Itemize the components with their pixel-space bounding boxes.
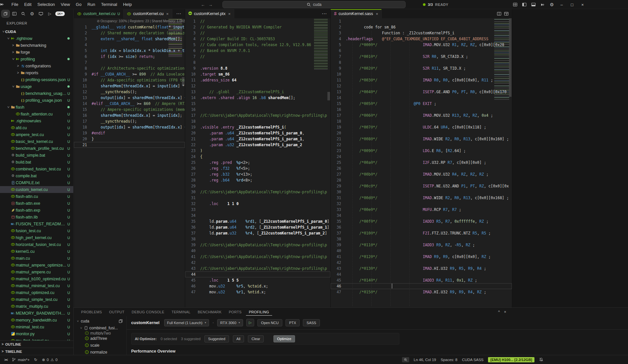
menu-help[interactable]: Help (120, 0, 135, 9)
tab-close-icon[interactable]: × (166, 11, 169, 16)
zoom-indicator[interactable] (400, 355, 411, 364)
file-item-matmul-ampere-cu[interactable]: matmul_ampere.cuU (0, 269, 73, 275)
explorer-root-cuda[interactable]: >CUDA (0, 28, 73, 35)
file-item-benchmark-profile-test-cu[interactable]: benchmark_profile_test.cuU (0, 145, 73, 152)
file-item-monitor-py[interactable]: monitor.pyU (0, 330, 73, 337)
code-line[interactable]: 21 /*0080*/ IMAD.WIDE R2, R0, R13, c[0x0… (331, 136, 512, 142)
code-line[interactable]: 45 .loc 1 5 5 (185, 277, 330, 283)
ptx-button[interactable]: PTX (286, 319, 300, 326)
code-line[interactable]: 3 Function : _Z12customKernelPfS_i (331, 30, 512, 36)
minimap[interactable] (168, 19, 182, 58)
sass-button[interactable]: SASS (303, 319, 320, 326)
code-line[interactable]: 8 // Architecture-specific optimizations (74, 65, 185, 71)
scrollbar-thumb[interactable] (509, 18, 512, 97)
launch-select[interactable]: Full Kernel (1 Launch)▾ (164, 319, 209, 326)
code-line[interactable]: 18 output[idx] = sharedMem[threadIdx.x] … (74, 124, 185, 130)
code-line[interactable]: 41 /*0120*/ IMAD R9, R9, c[0x0][0x0], RZ… (331, 254, 512, 260)
code-line[interactable]: 17 /*0060*/ IMAD.MOV.U32 R13, RZ, RZ, 0x… (331, 113, 512, 118)
file-item-memory-bandwidth-q-[interactable]: M↓MEMORY_BANDWIDTH_Q...U (0, 310, 73, 317)
code-line[interactable]: 6// Based on NVVM 7.0.1 (185, 48, 330, 54)
file-item-matmul-ampere-optimize-[interactable]: matmul_ampere_optimize...U (0, 262, 73, 269)
toggle-sidebar-icon[interactable] (520, 1, 528, 8)
file-item-flash[interactable]: >flash (0, 104, 73, 111)
code-line[interactable]: 41//C:\Users\jaber\AppData\Local\Temp\ri… (185, 254, 330, 260)
code-line[interactable]: 27 .reg .b32 %r<13>; (185, 171, 330, 177)
file-item-matmul-simple-test-cu[interactable]: matmul_simple_test.cuU (0, 296, 73, 303)
layoutsm-icon[interactable] (504, 11, 509, 16)
code-line[interactable]: 9.version 8.8 (185, 65, 330, 71)
code-line[interactable]: 39 /*0110*/ IADD3 R9, RZ, -R5, RZ ; (331, 242, 512, 248)
tab-customkernel-sass[interactable]: ScustomKernel.sass× (331, 9, 382, 18)
panel-tab-profiling[interactable]: PROFILING (246, 309, 272, 316)
ai-suggested-button[interactable]: Suggested (204, 335, 229, 342)
split-icon[interactable] (497, 11, 501, 16)
file-item-reports[interactable]: >reports (0, 69, 73, 76)
file-item-forge[interactable]: >forge (0, 49, 73, 56)
code-line[interactable]: 11.address_size 64 (185, 77, 330, 83)
file-item-profiling[interactable]: >profiling (0, 56, 73, 62)
code-line[interactable]: 8 (331, 60, 512, 65)
code-line[interactable]: 20} (74, 136, 185, 142)
code-line[interactable]: 26 .reg .f32 %f<5>; (185, 165, 330, 171)
notifications-bell-icon[interactable] (537, 355, 546, 364)
kernel-item-addthree[interactable]: addThree (76, 335, 126, 342)
code-line[interactable]: 18 (185, 118, 330, 124)
ai-all-button[interactable]: All (233, 335, 244, 342)
code-line[interactable]: 39//C:\Users\jaber\AppData\Local\Temp\ri… (185, 242, 330, 248)
code-line[interactable]: 31 (185, 195, 330, 201)
code-line[interactable]: 15 // Ampere-specific optimizations (mem… (74, 107, 185, 113)
file-item-benchmarking-usage-js-[interactable]: { }benchmarking_usage.js...U (0, 90, 73, 97)
code-line[interactable]: 43 /*0130*/ IMAD.HI.U32 R9, R5, R9, R4 ; (331, 266, 512, 271)
menu-terminal[interactable]: Terminal (98, 0, 120, 9)
sync-item[interactable]: ↻ (32, 355, 40, 364)
file-item-flash-attn-lib[interactable]: flash-attn.libU (0, 214, 73, 220)
code-line[interactable]: 40 (331, 248, 512, 254)
file-item-kernel1-cu[interactable]: kernel1.cuU (0, 248, 73, 255)
copy-panel-icon[interactable] (118, 319, 123, 323)
outline-section[interactable]: >OUTLINE (0, 340, 73, 348)
file-item--rightnow[interactable]: >.rightnow (0, 35, 73, 42)
file-item-matmul-minimal-test-cu[interactable]: matmul_minimal_test.cuU (0, 282, 73, 289)
minimap[interactable] (494, 19, 509, 101)
code-line[interactable]: 46 (331, 283, 512, 289)
panel-tab-benchmark[interactable]: BENCHMARK (195, 309, 224, 315)
code-line[interactable]: 38 (185, 236, 330, 242)
code-line[interactable]: 35 /*00f0*/ IADD3 R5, R7, 0xffffffe, RZ … (331, 218, 512, 224)
code-line[interactable]: 16 (331, 107, 512, 113)
code-line[interactable]: 11 sharedMem[threadIdx.x] = input[idx] *… (74, 83, 185, 89)
code-line[interactable]: 42 (331, 260, 512, 266)
code-line[interactable]: 13 output[idx] = sharedMem[threadIdx.x] … (74, 95, 185, 101)
code-line[interactable]: 3// (185, 30, 330, 36)
file-item-usage[interactable]: >usage (0, 83, 73, 90)
code-line[interactable]: 7 (74, 60, 185, 65)
window-maximize-button[interactable]: □ (567, 2, 577, 7)
nav-back-icon[interactable]: ← (201, 2, 205, 7)
code-line[interactable]: 46 mov.u32 %r5, %ctaid.x; (185, 283, 330, 289)
kernel-item-scale[interactable]: scale (76, 342, 126, 349)
layout-grid-icon[interactable] (511, 1, 519, 8)
tab-customkernel-cu[interactable]: customKernel.cu× (124, 9, 172, 18)
code-line[interactable]: 33 (185, 207, 330, 213)
code-line[interactable]: 11 /*0030*/ IMAD R0, R0, c[0x0][0x0], R1… (331, 77, 512, 83)
code-line[interactable]: 16 sharedMem[threadIdx.x] = input[idx]; (74, 113, 185, 118)
file-item-my-first-kernel-cu[interactable]: my_first_kernel.cuU (0, 337, 73, 340)
file-item-compile-txt[interactable]: COMPILE.txtU (0, 179, 73, 186)
layout-activity-icon[interactable] (10, 10, 18, 17)
panel-close-icon[interactable]: × (504, 310, 506, 314)
file-item-benchmarking[interactable]: >benchmarking (0, 42, 73, 49)
file-item-matmul-optimized-cu[interactable]: matmul_optimized.cuU (0, 289, 73, 296)
code-line[interactable]: 19 /*0070*/ ULDC.64 UR4, c[0x0][0x118] ; (331, 124, 512, 130)
code-line[interactable]: 9#if __CUDA_ARCH__ >= 890 // Ada Lovelac… (74, 71, 185, 77)
file-item-main-cu[interactable]: main.cuU (0, 255, 73, 262)
code-line[interactable]: 22 .param .u32 _Z12customKernelPfS_i_par… (185, 142, 330, 148)
code-line[interactable]: 5// Cuda compilation tools, release 12.9… (185, 42, 330, 48)
code-line[interactable]: 15 /*0050*/ @P0 EXIT ; (331, 101, 512, 107)
ai-optimize-button[interactable]: Optimize (273, 335, 295, 342)
debug-activity-icon[interactable]: ▷ (46, 10, 54, 17)
language-mode[interactable]: CUDA SASS (460, 355, 486, 364)
more-icon[interactable]: ··· (322, 11, 327, 16)
code-line[interactable]: 19#endif (74, 130, 185, 136)
nav-forward-icon[interactable]: → (208, 2, 213, 7)
code-line[interactable]: 19.visible .entry _Z12customKernelPfS_i( (185, 124, 330, 130)
scrollbar-thumb[interactable] (327, 92, 330, 100)
